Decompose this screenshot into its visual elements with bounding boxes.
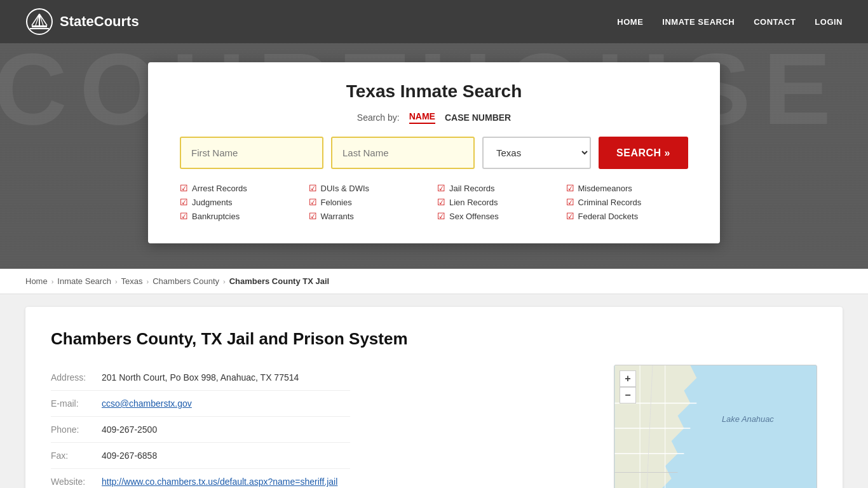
logo-text: StateCourts <box>60 13 139 30</box>
website-row: Website: http://www.co.chambers.tx.us/de… <box>51 469 350 489</box>
tab-case-number[interactable]: CASE NUMBER <box>445 112 511 123</box>
check-label-judgments: Judgments <box>192 198 233 207</box>
logo-icon <box>25 8 53 36</box>
map-controls: + − <box>620 370 636 403</box>
search-title: Texas Inmate Search <box>180 81 688 102</box>
check-icon-sex-offenses: ☑ <box>437 211 445 221</box>
nav-home[interactable]: HOME <box>617 17 643 27</box>
search-by-label: Search by: <box>357 112 400 123</box>
hero-section: COURTHOUSE Texas Inmate Search Search by… <box>0 43 868 269</box>
email-link[interactable]: ccso@chamberstx.gov <box>102 398 192 409</box>
check-icon-federal: ☑ <box>566 211 574 221</box>
tab-name[interactable]: NAME <box>409 111 435 124</box>
search-inputs: Texas Alabama Alaska Arizona Arkansas Ca… <box>180 137 688 169</box>
logo-link[interactable]: StateCourts <box>25 8 139 36</box>
svg-rect-1 <box>32 25 47 27</box>
breadcrumb-home[interactable]: Home <box>25 276 48 286</box>
check-sex-offenses: ☑ Sex Offenses <box>437 211 560 221</box>
search-button[interactable]: SEARCH » <box>599 137 688 169</box>
check-icon-criminal: ☑ <box>566 197 574 207</box>
nav-login[interactable]: LOGIN <box>815 17 843 27</box>
check-criminal-records: ☑ Criminal Records <box>566 197 689 207</box>
fax-row: Fax: 409-267-6858 <box>51 443 350 469</box>
breadcrumb-sep-4: › <box>223 278 226 285</box>
check-label-criminal: Criminal Records <box>578 198 642 207</box>
svg-text:Lake Anahuac: Lake Anahuac <box>722 414 774 424</box>
info-table: Address: 201 North Court, Po Box 998, An… <box>51 365 350 488</box>
check-label-arrest: Arrest Records <box>192 184 247 193</box>
svg-rect-2 <box>30 28 49 29</box>
svg-line-5 <box>39 14 47 25</box>
check-judgments: ☑ Judgments <box>180 197 302 207</box>
first-name-input[interactable] <box>180 137 323 169</box>
check-duis-dwis: ☑ DUIs & DWIs <box>309 183 431 193</box>
check-icon-judgments: ☑ <box>180 197 188 207</box>
website-link[interactable]: http://www.co.chambers.tx.us/default.asp… <box>102 477 337 487</box>
breadcrumb-sep-3: › <box>147 278 149 285</box>
nav-contact[interactable]: CONTACT <box>754 17 796 27</box>
main-nav: HOME INMATE SEARCH CONTACT LOGIN <box>617 17 843 27</box>
breadcrumb-texas[interactable]: Texas <box>121 276 143 286</box>
state-select[interactable]: Texas Alabama Alaska Arizona Arkansas Ca… <box>482 137 591 169</box>
content-info: Address: 201 North Court, Po Box 998, An… <box>51 365 595 488</box>
breadcrumb-inmate-search[interactable]: Inmate Search <box>57 276 111 286</box>
check-warrants: ☑ Warrants <box>309 211 431 221</box>
email-value: ccso@chamberstx.gov <box>102 391 350 417</box>
address-label: Address: <box>51 365 102 391</box>
check-label-sex-offenses: Sex Offenses <box>449 212 499 221</box>
phone-label: Phone: <box>51 417 102 443</box>
address-value: 201 North Court, Po Box 998, Anahuac, TX… <box>102 365 350 391</box>
check-label-felonies: Felonies <box>321 198 352 207</box>
check-icon-felonies: ☑ <box>309 197 317 207</box>
phone-value: 409-267-2500 <box>102 417 350 443</box>
check-bankruptcies: ☑ Bankruptcies <box>180 211 302 221</box>
check-felonies: ☑ Felonies <box>309 197 431 207</box>
phone-row: Phone: 409-267-2500 <box>51 417 350 443</box>
check-label-bankruptcies: Bankruptcies <box>192 212 240 221</box>
fax-value: 409-267-6858 <box>102 443 350 469</box>
check-lien-records: ☑ Lien Records <box>437 197 560 207</box>
breadcrumb-chambers-county[interactable]: Chambers County <box>153 276 219 286</box>
check-icon-arrest: ☑ <box>180 183 188 193</box>
website-label: Website: <box>51 469 102 489</box>
checks-grid: ☑ Arrest Records ☑ DUIs & DWIs ☑ Jail Re… <box>180 183 688 221</box>
check-label-duis: DUIs & DWIs <box>321 184 370 193</box>
check-icon-jail: ☑ <box>437 183 445 193</box>
check-icon-warrants: ☑ <box>309 211 317 221</box>
check-federal-dockets: ☑ Federal Dockets <box>566 211 689 221</box>
map-zoom-out[interactable]: − <box>620 387 636 403</box>
main-content: Chambers County, TX Jail and Prison Syst… <box>0 294 868 488</box>
check-icon-duis: ☑ <box>309 183 317 193</box>
last-name-input[interactable] <box>331 137 475 169</box>
breadcrumb: Home › Inmate Search › Texas › Chambers … <box>0 269 868 294</box>
check-label-lien: Lien Records <box>449 198 498 207</box>
content-layout: Address: 201 North Court, Po Box 998, An… <box>51 365 817 488</box>
content-card: Chambers County, TX Jail and Prison Syst… <box>25 307 843 488</box>
map-container: + − Lake Anahuac <box>614 365 817 488</box>
breadcrumb-sep-1: › <box>51 278 54 285</box>
search-card: Texas Inmate Search Search by: NAME CASE… <box>148 62 720 243</box>
breadcrumb-sep-2: › <box>115 278 118 285</box>
address-row: Address: 201 North Court, Po Box 998, An… <box>51 365 350 391</box>
breadcrumb-current: Chambers County TX Jail <box>229 276 329 286</box>
check-label-jail: Jail Records <box>449 184 495 193</box>
check-misdemeanors: ☑ Misdemeanors <box>566 183 689 193</box>
check-jail-records: ☑ Jail Records <box>437 183 560 193</box>
svg-line-4 <box>32 14 39 25</box>
check-arrest-records: ☑ Arrest Records <box>180 183 302 193</box>
search-by-row: Search by: NAME CASE NUMBER <box>180 111 688 124</box>
check-label-federal: Federal Dockets <box>578 212 639 221</box>
map-zoom-in[interactable]: + <box>620 370 636 387</box>
fax-label: Fax: <box>51 443 102 469</box>
website-value: http://www.co.chambers.tx.us/default.asp… <box>102 469 350 489</box>
check-label-warrants: Warrants <box>321 212 354 221</box>
nav-inmate-search[interactable]: INMATE SEARCH <box>662 17 735 27</box>
check-label-misdemeanors: Misdemeanors <box>578 184 632 193</box>
email-row: E-mail: ccso@chamberstx.gov <box>51 391 350 417</box>
check-icon-bankruptcies: ☑ <box>180 211 188 221</box>
check-icon-lien: ☑ <box>437 197 445 207</box>
email-label: E-mail: <box>51 391 102 417</box>
site-header: StateCourts HOME INMATE SEARCH CONTACT L… <box>0 0 868 43</box>
content-title: Chambers County, TX Jail and Prison Syst… <box>51 329 817 349</box>
check-icon-misdemeanors: ☑ <box>566 183 574 193</box>
